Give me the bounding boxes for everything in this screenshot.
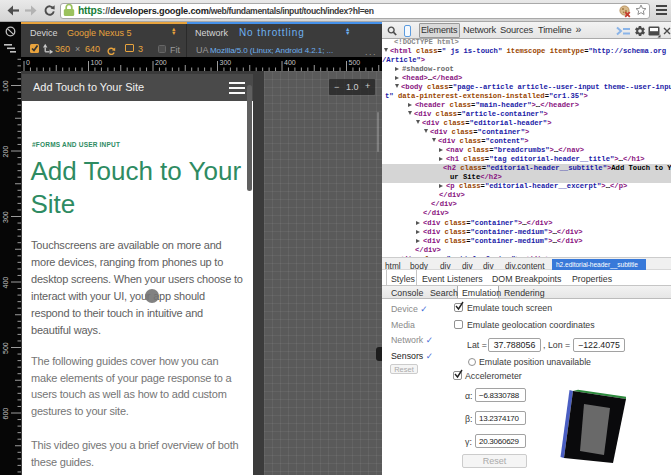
svg-text:300: 300 (220, 59, 232, 66)
svg-text:200: 200 (2, 146, 9, 158)
svg-text:500: 500 (2, 342, 9, 354)
svg-text:400: 400 (2, 277, 9, 289)
svg-text:200: 200 (155, 59, 167, 66)
svg-text:0: 0 (26, 59, 30, 66)
svg-text:400: 400 (284, 59, 296, 66)
svg-text:100: 100 (91, 59, 103, 66)
svg-text:300: 300 (2, 211, 9, 223)
svg-text:100: 100 (2, 80, 9, 92)
svg-text:600: 600 (2, 408, 9, 420)
svg-text:500: 500 (349, 59, 361, 66)
